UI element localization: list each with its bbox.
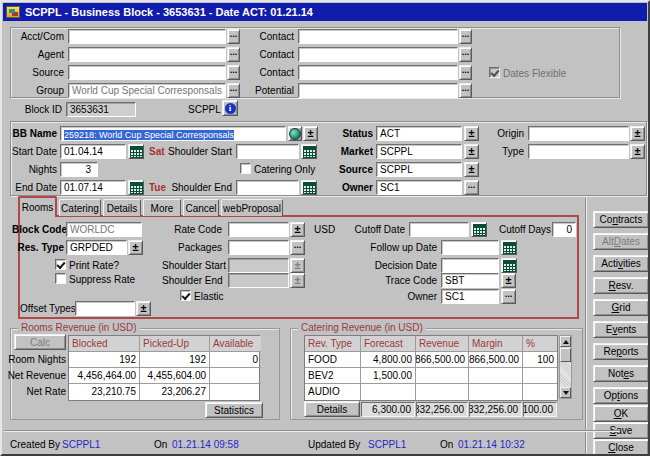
type-dropdown-icon[interactable] — [630, 144, 645, 159]
origin-field[interactable] — [528, 126, 629, 141]
block-source-dropdown-icon[interactable] — [464, 162, 479, 177]
created-on-value: 01.21.14 09:58 — [172, 439, 239, 450]
source-field[interactable] — [68, 65, 226, 80]
market-field[interactable]: SCPPL — [376, 144, 462, 159]
contact1-field[interactable] — [298, 29, 458, 44]
origin-dropdown-icon[interactable] — [630, 126, 645, 141]
type-field[interactable] — [528, 144, 629, 159]
source-lookup-button[interactable] — [227, 65, 240, 80]
shoulder-start-field[interactable] — [236, 144, 299, 159]
acct-com-lookup-button[interactable] — [227, 29, 240, 44]
shoulder-end-calendar-icon[interactable] — [301, 180, 317, 195]
decision-date-field[interactable] — [441, 258, 499, 273]
shoulder-end-field[interactable] — [236, 180, 299, 195]
offset-types-dropdown-icon[interactable] — [136, 301, 151, 316]
catering-only-label: Catering Only — [254, 164, 315, 176]
potential-field[interactable] — [298, 83, 458, 98]
contact3-lookup-button[interactable] — [459, 65, 472, 80]
suppress-rate-label: Suppress Rate — [69, 274, 135, 286]
cutoff-date-calendar-icon[interactable] — [471, 222, 487, 237]
catering-revenue-title: Catering Revenue (in USD) — [298, 322, 426, 333]
print-rate-checkbox[interactable] — [55, 259, 66, 270]
end-date-field[interactable]: 01.07.14 — [60, 180, 126, 195]
rooms-owner-lookup-button[interactable] — [501, 289, 516, 304]
agent-lookup-button[interactable] — [227, 47, 240, 62]
packages-field[interactable] — [228, 240, 289, 255]
offset-types-field[interactable] — [75, 301, 135, 316]
potential-lookup-button[interactable] — [459, 83, 472, 98]
header-available: Available — [210, 336, 261, 352]
scroll-up-icon[interactable] — [560, 336, 571, 347]
status-dropdown-icon[interactable] — [464, 126, 479, 141]
contact3-field[interactable] — [298, 65, 458, 80]
market-dropdown-icon[interactable] — [464, 144, 479, 159]
rate-code-dropdown-icon[interactable] — [290, 222, 305, 237]
table-row: FOOD 4,800.00 3,866,500.00 3,866,500.00 … — [305, 352, 557, 368]
elastic-checkbox[interactable] — [180, 290, 191, 301]
header-margin: Margin — [469, 336, 523, 352]
block-source-field[interactable]: SCPPL — [376, 162, 462, 177]
activities-button[interactable]: Activities — [593, 255, 649, 272]
shoulder-start-calendar-icon[interactable] — [301, 144, 317, 159]
cutoff-date-field[interactable] — [409, 222, 469, 237]
contact2-field[interactable] — [298, 47, 458, 62]
status-field[interactable]: ACT — [376, 126, 462, 141]
grid-button[interactable]: Grid — [593, 299, 649, 316]
dates-flexible-label: Dates Flexible — [503, 68, 566, 80]
trace-code-dropdown-icon[interactable] — [501, 273, 516, 288]
res-type-dropdown-icon[interactable] — [128, 240, 143, 255]
net-rate-row-label: Net Rate — [4, 386, 66, 398]
ok-button[interactable]: OK — [593, 405, 649, 422]
acct-com-field[interactable] — [68, 29, 226, 44]
res-type-field[interactable]: GRPDED — [66, 240, 127, 255]
notes-button[interactable]: Notes — [593, 365, 649, 382]
start-date-field[interactable]: 01.04.14 — [60, 144, 126, 159]
rate-code-field[interactable] — [228, 222, 289, 237]
globe-icon[interactable] — [288, 126, 302, 141]
decision-date-label: Decision Date — [362, 260, 437, 272]
agent-field[interactable] — [68, 47, 226, 62]
statistics-button[interactable]: Statistics — [205, 402, 263, 418]
resv-button[interactable]: Resv. — [593, 277, 649, 294]
details-button[interactable]: Details — [304, 401, 360, 417]
close-button[interactable]: Close — [593, 439, 649, 456]
decision-date-calendar-icon[interactable] — [501, 258, 517, 273]
reports-button[interactable]: Reports — [593, 343, 649, 360]
contact2-lookup-button[interactable] — [459, 47, 472, 62]
scroll-down-icon[interactable] — [560, 387, 571, 398]
contracts-button[interactable]: Contracts — [593, 211, 649, 228]
tab-rooms[interactable]: Rooms — [18, 196, 57, 217]
info-icon[interactable] — [222, 100, 238, 116]
bb-name-field[interactable]: 259218: World Cup Special Corresponsals — [60, 126, 286, 141]
tab-catering[interactable]: Catering — [59, 199, 101, 216]
table-row: 23,210.75 23,206.27 — [69, 384, 259, 400]
owner-lookup-button[interactable] — [464, 180, 479, 195]
scrollbar-thumb[interactable] — [560, 348, 571, 362]
tab-details[interactable]: Details — [103, 199, 141, 216]
cell-bev2-forecast: 1,500.00 — [361, 368, 416, 384]
owner-field[interactable]: SC1 — [376, 180, 462, 195]
end-date-calendar-icon[interactable] — [128, 180, 144, 195]
trace-code-field[interactable]: SBT — [441, 273, 499, 288]
nights-field[interactable]: 3 — [60, 162, 98, 177]
rooms-shoulder-start-dropdown-icon — [290, 258, 305, 273]
catering-table-scrollbar[interactable] — [559, 335, 572, 399]
follow-up-calendar-icon[interactable] — [501, 240, 517, 255]
contact1-lookup-button[interactable] — [459, 29, 472, 44]
suppress-rate-checkbox[interactable] — [55, 273, 66, 284]
tab-more[interactable]: More — [143, 199, 181, 216]
rooms-shoulder-start-field — [228, 258, 289, 273]
bb-name-dropdown-icon[interactable] — [303, 126, 318, 141]
cutoff-days-field[interactable]: 0 — [552, 222, 576, 237]
start-date-calendar-icon[interactable] — [128, 144, 144, 159]
follow-up-date-field[interactable] — [441, 240, 499, 255]
group-lookup-button[interactable] — [227, 83, 240, 98]
tab-webproposal[interactable]: webProposal — [221, 199, 283, 216]
packages-lookup-button[interactable] — [290, 240, 305, 255]
rooms-owner-field[interactable]: SC1 — [441, 289, 499, 304]
group-field[interactable]: World Cup Special Corresponsals — [68, 83, 226, 98]
tab-cancel[interactable]: Cancel — [183, 199, 219, 216]
options-button[interactable]: Options — [593, 387, 649, 404]
events-button[interactable]: Events — [593, 321, 649, 338]
catering-only-checkbox[interactable] — [240, 163, 251, 174]
